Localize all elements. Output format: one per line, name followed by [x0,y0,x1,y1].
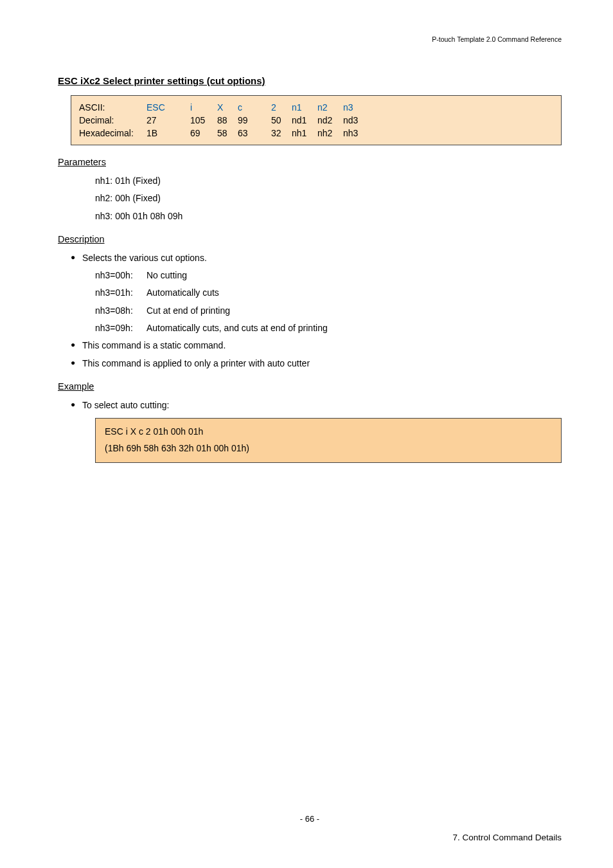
description-subline: nh3=09h:Automatically cuts, and cuts at … [95,320,562,337]
desc-key: nh3=00h: [95,267,147,284]
example-box: ESC i X c 2 01h 00h 01h(1Bh 69h 58h 63h … [95,418,562,463]
table-row: ASCII:ESCiXc2n1n2n3 [79,101,369,114]
parameters-block: nh1: 01h (Fixed)nh2: 00h (Fixed)nh3: 00h… [95,172,562,225]
desc-key: nh3=01h: [95,284,147,302]
table-cell: 32 [271,127,292,140]
desc-value: No cutting [147,270,187,280]
desc-bullet-2-text: This command is a static command. [82,340,226,350]
desc-value: Automatically cuts, and cuts at end of p… [147,323,328,333]
parameter-line: nh1: 01h (Fixed) [95,172,562,190]
desc-key: nh3=08h: [95,302,147,320]
desc-bullet-2: ●This command is a static command. [71,337,562,354]
example-heading: Example [58,381,562,392]
table-cell: Hexadecimal: [79,127,147,140]
example-line: (1Bh 69h 58h 63h 32h 01h 00h 01h) [105,440,552,457]
table-cell: n3 [343,101,369,114]
example-bullet-text: To select auto cutting: [82,400,169,410]
table-cell: nd1 [292,114,317,127]
example-bullet: ●To select auto cutting: [71,397,562,414]
table-cell: ASCII: [79,101,147,114]
table-cell [258,101,271,114]
table-cell: Decimal: [79,114,147,127]
description-subline: nh3=00h:No cutting [95,267,562,284]
page-number: - 66 - [58,814,562,824]
description-subline: nh3=08h:Cut at end of printing [95,302,562,320]
table-cell: 1B [147,127,177,140]
desc-value: Automatically cuts [147,287,219,298]
table-cell: nh1 [292,127,317,140]
table-cell: 105 [190,114,217,127]
bullet-icon: ● [71,355,82,370]
desc-bullet-1-text: Selects the various cut options. [82,253,207,263]
table-row: Hexadecimal:1B69586332nh1nh2nh3 [79,127,369,140]
table-cell: 99 [238,114,258,127]
table-cell [258,114,271,127]
parameter-line: nh3: 00h 01h 08h 09h [95,208,562,225]
desc-bullet-3: ●This command is applied to only a print… [71,355,562,372]
description-heading: Description [58,234,562,244]
bullet-icon: ● [71,337,82,352]
desc-bullet-3-text: This command is applied to only a printe… [82,358,310,368]
bullet-icon: ● [71,249,82,265]
table-cell: 58 [217,127,238,140]
table-cell: nh2 [317,127,343,140]
page-footer: - 66 - 7. Control Command Details [0,814,613,842]
description-subline: nh3=01h:Automatically cuts [95,284,562,302]
doc-header: P-touch Template 2.0 Command Reference [58,35,562,43]
table-cell: nh3 [343,127,369,140]
table-cell: 50 [271,114,292,127]
table-cell [177,114,190,127]
table-cell: 63 [238,127,258,140]
desc-key: nh3=09h: [95,320,147,337]
section-title: ESC iXc2 Select printer settings (cut op… [58,75,562,86]
parameter-line: nh2: 00h (Fixed) [95,190,562,207]
table-cell: i [190,101,217,114]
table-cell: 69 [190,127,217,140]
table-cell: 2 [271,101,292,114]
desc-value: Cut at end of printing [147,305,230,316]
table-cell [258,127,271,140]
table-cell: ESC [147,101,177,114]
table-cell: 88 [217,114,238,127]
bullet-icon: ● [71,397,82,412]
example-line: ESC i X c 2 01h 00h 01h [105,424,552,440]
table-row: Decimal:27105889950nd1nd2nd3 [79,114,369,127]
table-cell: X [217,101,238,114]
encoding-table: ASCII:ESCiXc2n1n2n3Decimal:27105889950nd… [71,95,562,145]
desc-bullet-1: ●Selects the various cut options. [71,249,562,267]
table-cell: n1 [292,101,317,114]
table-cell [177,101,190,114]
table-cell [177,127,190,140]
table-cell: c [238,101,258,114]
parameters-heading: Parameters [58,157,562,167]
table-cell: 27 [147,114,177,127]
table-cell: n2 [317,101,343,114]
table-cell: nd3 [343,114,369,127]
footer-section-label: 7. Control Command Details [58,833,562,842]
table-cell: nd2 [317,114,343,127]
